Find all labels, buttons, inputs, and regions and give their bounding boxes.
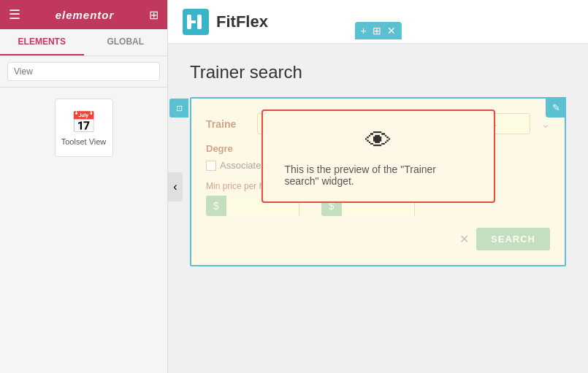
fitflex-logo-icon bbox=[183, 9, 209, 35]
preview-text: This is the preview of the "Trainer sear… bbox=[285, 164, 472, 187]
trainer-field-label: Traine bbox=[206, 118, 250, 130]
eye-icon: 👁 bbox=[365, 126, 392, 156]
main-content: FitFlex Trainer search + ⊞ ✕ ⊡ ✎ 👁 This … bbox=[168, 0, 588, 373]
page-content: Trainer search + ⊞ ✕ ⊡ ✎ 👁 This is the p… bbox=[168, 44, 588, 373]
grid-layout-button[interactable]: ⊞ bbox=[373, 25, 381, 36]
tab-global[interactable]: GLOBAL bbox=[84, 29, 168, 55]
section-handle[interactable]: ⊡ bbox=[169, 99, 188, 118]
dropdown-arrow-icon: ⌄ bbox=[541, 117, 550, 131]
sidebar-tabs: ELEMENTS GLOBAL bbox=[0, 29, 167, 56]
search-button[interactable]: SEARCH bbox=[476, 228, 550, 250]
toolset-label: Toolset View bbox=[61, 137, 107, 146]
preview-overlay: 👁 This is the preview of the "Trainer se… bbox=[261, 109, 495, 203]
edit-widget-button[interactable]: ✎ bbox=[546, 97, 566, 118]
sidebar-header: ☰ elementor ⊞ bbox=[0, 0, 167, 29]
svg-rect-2 bbox=[187, 20, 196, 23]
add-section-button[interactable]: + bbox=[360, 25, 366, 36]
elementor-logo: elementor bbox=[56, 9, 115, 21]
tab-elements[interactable]: ELEMENTS bbox=[0, 29, 84, 55]
site-name: FitFlex bbox=[216, 12, 268, 31]
hamburger-icon[interactable]: ☰ bbox=[9, 7, 20, 23]
associate-label: Associate bbox=[220, 160, 261, 171]
associate-option[interactable]: Associate bbox=[206, 160, 261, 171]
toolset-icon: 📅 bbox=[71, 110, 96, 134]
min-currency-symbol: $ bbox=[206, 196, 226, 216]
search-row: ✕ SEARCH bbox=[206, 228, 550, 250]
widget-toolbar: + ⊞ ✕ bbox=[354, 22, 401, 39]
sidebar: ☰ elementor ⊞ ELEMENTS GLOBAL 📅 Toolset … bbox=[0, 0, 168, 373]
collapse-sidebar-button[interactable]: ‹ bbox=[168, 172, 183, 201]
widget-container: ⊡ ✎ 👁 This is the preview of the "Traine… bbox=[190, 97, 566, 266]
grid-icon[interactable]: ⊞ bbox=[149, 8, 159, 22]
search-bar bbox=[0, 56, 167, 88]
svg-rect-3 bbox=[197, 15, 202, 29]
page-title: Trainer search bbox=[190, 62, 566, 82]
close-section-button[interactable]: ✕ bbox=[387, 25, 396, 36]
logo-area: FitFlex bbox=[183, 9, 268, 35]
chevron-left-icon: ‹ bbox=[173, 180, 177, 193]
section-handle-icon: ⊡ bbox=[176, 104, 183, 113]
toolset-view-widget[interactable]: 📅 Toolset View bbox=[55, 99, 113, 157]
search-input[interactable] bbox=[7, 62, 160, 81]
pencil-icon: ✎ bbox=[552, 102, 560, 113]
associate-checkbox[interactable] bbox=[206, 161, 216, 171]
clear-button[interactable]: ✕ bbox=[459, 232, 469, 246]
